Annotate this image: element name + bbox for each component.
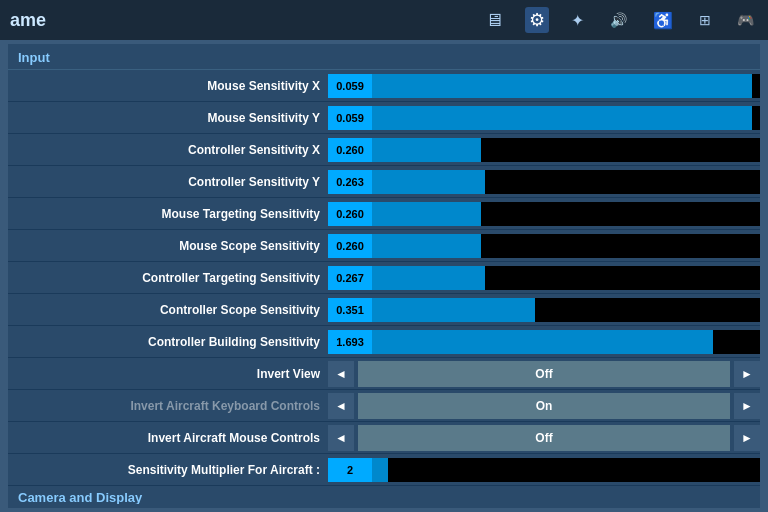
nav-icons: 🖥 ⚙ ✦ 🔊 ♿ ⊞ 🎮 — [481, 7, 758, 33]
monitor-icon[interactable]: 🖥 — [481, 8, 507, 33]
setting-label-mouse-y: Mouse Sensitivity Y — [8, 111, 328, 125]
app-title: ame — [10, 10, 46, 31]
toggle-value-invert-aircraft-mouse: Off — [358, 425, 730, 451]
setting-label-sens-aircraft: Sensitivity Multiplier For Aircraft : — [8, 463, 328, 477]
setting-label-ctrl-y: Controller Sensitivity Y — [8, 175, 328, 189]
slider-track-ctrl-target[interactable] — [372, 266, 760, 290]
setting-label-mouse-x: Mouse Sensitivity X — [8, 79, 328, 93]
slider-mouse-y[interactable]: 0.059 — [328, 106, 760, 130]
setting-label-ctrl-target: Controller Targeting Sensitivity — [8, 271, 328, 285]
table-row: Invert View ◄ Off ► — [8, 358, 760, 390]
table-row: Mouse Targeting Sensitivity 0.260 — [8, 198, 760, 230]
table-row: Controller Targeting Sensitivity 0.267 — [8, 262, 760, 294]
slider-ctrl-target[interactable]: 0.267 — [328, 266, 760, 290]
slider-track-mouse-target[interactable] — [372, 202, 760, 226]
slider-mouse-scope[interactable]: 0.260 — [328, 234, 760, 258]
table-row: Controller Building Sensitivity 1.693 — [8, 326, 760, 358]
table-row: Controller Sensitivity X 0.260 — [8, 134, 760, 166]
slider-track-mouse-scope[interactable] — [372, 234, 760, 258]
settings-panel: Input Mouse Sensitivity X 0.059 Mouse Se… — [8, 44, 760, 508]
setting-label-invert-view: Invert View — [8, 367, 328, 381]
setting-label-mouse-target: Mouse Targeting Sensitivity — [8, 207, 328, 221]
slider-sens-aircraft[interactable]: 2 — [328, 458, 760, 482]
toggle-invert-view: ◄ Off ► — [328, 361, 760, 387]
slider-mouse-target[interactable]: 0.260 — [328, 202, 760, 226]
slider-track-mouse-y[interactable] — [372, 106, 760, 130]
slider-track-ctrl-build[interactable] — [372, 330, 760, 354]
toggle-right-invert-aircraft-kbd[interactable]: ► — [734, 393, 760, 419]
top-bar: ame 🖥 ⚙ ✦ 🔊 ♿ ⊞ 🎮 — [0, 0, 768, 40]
table-row: Controller Sensitivity Y 0.263 — [8, 166, 760, 198]
table-row: Controller Scope Sensitivity 0.351 — [8, 294, 760, 326]
audio-icon[interactable]: 🔊 — [606, 10, 631, 30]
slider-ctrl-y[interactable]: 0.263 — [328, 170, 760, 194]
settings-list: Mouse Sensitivity X 0.059 Mouse Sensitiv… — [8, 70, 760, 504]
slider-track-ctrl-scope[interactable] — [372, 298, 760, 322]
table-row: Mouse Sensitivity X 0.059 — [8, 70, 760, 102]
toggle-right-invert-view[interactable]: ► — [734, 361, 760, 387]
network-icon[interactable]: ⊞ — [695, 10, 715, 30]
toggle-left-invert-aircraft-kbd[interactable]: ◄ — [328, 393, 354, 419]
slider-value-ctrl-scope: 0.351 — [328, 298, 372, 322]
setting-label-invert-aircraft-mouse: Invert Aircraft Mouse Controls — [8, 431, 328, 445]
toggle-invert-aircraft-mouse: ◄ Off ► — [328, 425, 760, 451]
slider-value-sens-aircraft: 2 — [328, 458, 372, 482]
toggle-right-invert-aircraft-mouse[interactable]: ► — [734, 425, 760, 451]
toggle-invert-aircraft-kbd: ◄ On ► — [328, 393, 760, 419]
slider-track-ctrl-y[interactable] — [372, 170, 760, 194]
slider-ctrl-x[interactable]: 0.260 — [328, 138, 760, 162]
slider-value-ctrl-build: 1.693 — [328, 330, 372, 354]
slider-value-mouse-scope: 0.260 — [328, 234, 372, 258]
input-section-header: Input — [8, 44, 760, 70]
slider-track-mouse-x[interactable] — [372, 74, 760, 98]
slider-track-sens-aircraft[interactable] — [372, 458, 760, 482]
table-row: Invert Aircraft Keyboard Controls ◄ On ► — [8, 390, 760, 422]
table-row: Invert Aircraft Mouse Controls ◄ Off ► — [8, 422, 760, 454]
slider-ctrl-scope[interactable]: 0.351 — [328, 298, 760, 322]
setting-label-ctrl-scope: Controller Scope Sensitivity — [8, 303, 328, 317]
gamepad-icon[interactable]: 🎮 — [733, 10, 758, 30]
slider-value-ctrl-x: 0.260 — [328, 138, 372, 162]
slider-value-mouse-x: 0.059 — [328, 74, 372, 98]
toggle-left-invert-aircraft-mouse[interactable]: ◄ — [328, 425, 354, 451]
table-row: Mouse Scope Sensitivity 0.260 — [8, 230, 760, 262]
toggle-value-invert-view: Off — [358, 361, 730, 387]
camera-section-header: Camera and Display — [8, 486, 760, 504]
slider-value-ctrl-y: 0.263 — [328, 170, 372, 194]
slider-ctrl-build[interactable]: 1.693 — [328, 330, 760, 354]
slider-track-ctrl-x[interactable] — [372, 138, 760, 162]
slider-value-ctrl-target: 0.267 — [328, 266, 372, 290]
toggle-left-invert-view[interactable]: ◄ — [328, 361, 354, 387]
slider-value-mouse-target: 0.260 — [328, 202, 372, 226]
slider-mouse-x[interactable]: 0.059 — [328, 74, 760, 98]
toggle-value-invert-aircraft-kbd: On — [358, 393, 730, 419]
person-icon[interactable]: ♿ — [649, 9, 677, 32]
brightness-icon[interactable]: ✦ — [567, 9, 588, 32]
setting-label-ctrl-x: Controller Sensitivity X — [8, 143, 328, 157]
setting-label-invert-aircraft-kbd: Invert Aircraft Keyboard Controls — [8, 399, 328, 413]
setting-label-mouse-scope: Mouse Scope Sensitivity — [8, 239, 328, 253]
setting-label-ctrl-build: Controller Building Sensitivity — [8, 335, 328, 349]
table-row: Mouse Sensitivity Y 0.059 — [8, 102, 760, 134]
table-row: Sensitivity Multiplier For Aircraft : 2 — [8, 454, 760, 486]
gear-icon[interactable]: ⚙ — [525, 7, 549, 33]
slider-value-mouse-y: 0.059 — [328, 106, 372, 130]
